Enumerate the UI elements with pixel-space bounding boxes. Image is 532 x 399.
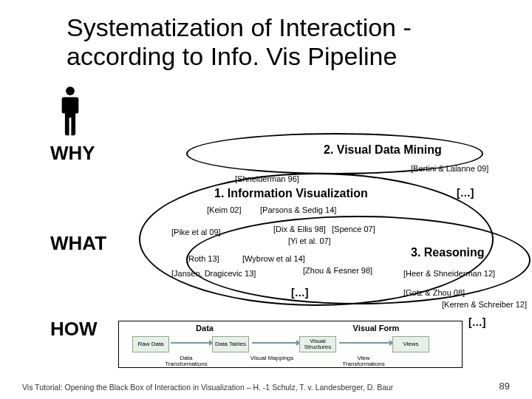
header-infovis: 1. Information Visualization — [214, 187, 368, 200]
ref-pike: [Pike et al 09] — [171, 228, 221, 236]
ref-kerren: [Kerren & Schreiber 12] — [442, 300, 527, 309]
ref-dix: [Dix & Ellis 98] — [273, 225, 326, 233]
svg-point-0 — [66, 86, 75, 95]
ref-keim: [Keim 02] — [207, 205, 241, 214]
header-data-mining: 2. Visual Data Mining — [324, 143, 442, 157]
ref-ellipsis-c: […] — [468, 316, 485, 328]
person-icon — [58, 85, 83, 137]
ref-spence: [Spence 07] — [332, 225, 375, 233]
pipeline-label-vt: View Transformations — [336, 355, 391, 367]
ref-yi: [Yi et al. 07] — [288, 236, 331, 245]
ref-zhou: [Zhou & Fesner 98] — [303, 266, 372, 275]
pipeline-top-data: Data — [119, 324, 290, 332]
infovis-pipeline-diagram: Data Visual Form Raw Data Data Tables Vi… — [118, 321, 463, 368]
ref-shneiderman: [Shneiderman 96] — [235, 174, 299, 183]
slide-title: Systematization of Interaction - accordi… — [66, 13, 502, 71]
pipeline-box-views: Views — [392, 336, 429, 352]
header-reasoning: 3. Reasoning — [411, 246, 485, 259]
ref-ellipsis-b: […] — [291, 287, 308, 299]
pipeline-box-vs: Visual Structures — [299, 336, 336, 352]
page-number: 89 — [499, 381, 510, 392]
pipeline-label-dt: Data Transformations — [159, 355, 214, 367]
pipeline-box-tables: Data Tables — [212, 336, 249, 352]
ref-jansen: [Jansen, Dragicevic 13] — [171, 269, 256, 278]
label-how: HOW — [50, 318, 98, 341]
label-what: WHAT — [50, 232, 106, 255]
pipeline-label-vm: Visual Mappings — [245, 355, 299, 361]
pipeline-arrow-3 — [339, 342, 389, 344]
ref-ellipsis-a: […] — [457, 187, 474, 199]
ref-parsons: [Parsons & Sedig 14] — [260, 205, 336, 214]
footer-text: Vis Tutorial: Opening the Black Box of I… — [22, 383, 393, 392]
pipeline-top-form: Visual Form — [290, 324, 462, 332]
ref-roth: [Roth 13] — [186, 254, 219, 263]
pipeline-box-raw: Raw Data — [132, 336, 169, 352]
ref-bertini: [Bertini & Lalanne 09] — [411, 164, 488, 173]
ref-heer: [Heer & Shneiderman 12] — [403, 269, 495, 278]
label-why: WHY — [50, 142, 95, 165]
pipeline-arrow-1 — [171, 342, 209, 344]
pipeline-arrow-2 — [252, 342, 296, 344]
ref-wybrow: [Wybrow et al 14] — [242, 254, 305, 263]
ref-gotz: [Gotz & Zhou 08] — [403, 288, 465, 297]
